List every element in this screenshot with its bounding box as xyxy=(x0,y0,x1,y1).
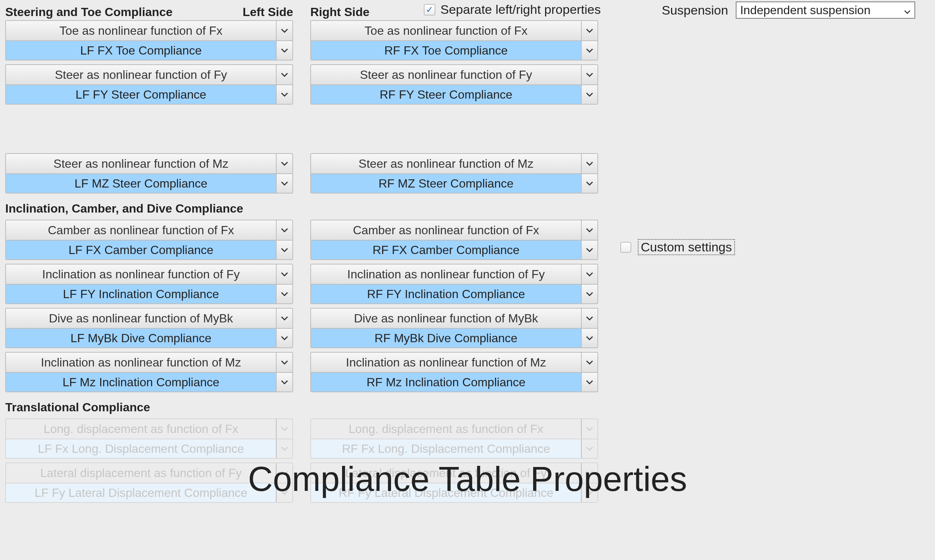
dataset-select-row[interactable]: RF FY Steer Compliance xyxy=(311,85,597,104)
chevron-down-icon xyxy=(276,439,292,458)
type-select-label: Steer as nonlinear function of Mz xyxy=(6,154,276,173)
chevron-down-icon[interactable] xyxy=(276,265,292,284)
dataset-select-row[interactable]: RF FY Inclination Compliance xyxy=(311,284,597,303)
dataset-select-row[interactable]: LF Mz Inclination Compliance xyxy=(6,372,292,392)
dataset-select-row[interactable]: RF FX Camber Compliance xyxy=(311,240,597,259)
dataset-select-row[interactable]: LF MZ Steer Compliance xyxy=(6,173,292,193)
chevron-down-icon[interactable] xyxy=(276,353,292,372)
dataset-select-row[interactable]: RF MyBk Dive Compliance xyxy=(311,328,597,348)
dataset-select-row: RF Fx Long. Displacement Compliance xyxy=(311,438,597,458)
chevron-down-icon[interactable] xyxy=(276,174,292,193)
chevron-down-icon[interactable] xyxy=(581,65,597,85)
chevron-down-icon[interactable] xyxy=(581,353,597,372)
type-select-row[interactable]: Dive as nonlinear function of MyBk xyxy=(6,309,292,328)
chevron-down-icon[interactable] xyxy=(276,285,292,303)
check-icon: ✓ xyxy=(426,5,433,15)
camber-right-col: Camber as nonlinear function of FxRF FX … xyxy=(310,220,598,396)
compliance-block: Toe as nonlinear function of FxRF FX Toe… xyxy=(310,20,598,60)
dataset-select-label: LF FY Inclination Compliance xyxy=(6,285,276,303)
chevron-down-icon[interactable] xyxy=(581,265,597,284)
type-select-row[interactable]: Inclination as nonlinear function of Mz xyxy=(6,353,292,372)
type-select-row[interactable]: Inclination as nonlinear function of Fy xyxy=(6,265,292,284)
type-select-row[interactable]: Dive as nonlinear function of MyBk xyxy=(311,309,597,328)
steering-left-col: Toe as nonlinear function of FxLF FX Toe… xyxy=(5,20,293,197)
dataset-select-label: RF FY Inclination Compliance xyxy=(311,285,581,303)
chevron-down-icon[interactable] xyxy=(276,220,292,240)
chevron-down-icon[interactable] xyxy=(581,220,597,240)
chevron-down-icon[interactable] xyxy=(276,85,292,104)
compliance-block: Camber as nonlinear function of FxLF FX … xyxy=(5,220,293,260)
suspension-value: Independent suspension xyxy=(740,3,904,17)
dataset-select-row[interactable]: LF FY Steer Compliance xyxy=(6,85,292,104)
suspension-control: Suspension Independent suspension xyxy=(662,2,915,18)
type-select-row[interactable]: Toe as nonlinear function of Fx xyxy=(311,21,597,40)
type-select-label: Inclination as nonlinear function of Mz xyxy=(6,353,276,372)
chevron-down-icon[interactable] xyxy=(276,65,292,85)
suspension-label: Suspension xyxy=(662,3,728,18)
dataset-select-row[interactable]: RF FX Toe Compliance xyxy=(311,40,597,60)
chevron-down-icon[interactable] xyxy=(581,373,597,392)
chevron-down-icon[interactable] xyxy=(276,41,292,60)
type-select-row[interactable]: Steer as nonlinear function of Fy xyxy=(311,65,597,85)
compliance-block: Steer as nonlinear function of MzRF MZ S… xyxy=(310,153,598,194)
compliance-block: Camber as nonlinear function of FxRF FX … xyxy=(310,220,598,260)
dataset-select-row[interactable]: RF Mz Inclination Compliance xyxy=(311,372,597,392)
separate-lr-control: ✓ Separate left/right properties xyxy=(424,2,601,17)
compliance-block: Inclination as nonlinear function of MzR… xyxy=(310,352,598,392)
chevron-down-icon[interactable] xyxy=(581,154,597,173)
type-select-row[interactable]: Inclination as nonlinear function of Fy xyxy=(311,265,597,284)
chevron-down-icon[interactable] xyxy=(276,373,292,392)
dataset-select-row[interactable]: RF MZ Steer Compliance xyxy=(311,173,597,193)
type-select-row[interactable]: Steer as nonlinear function of Mz xyxy=(311,154,597,173)
right-side-label: Right Side xyxy=(310,5,369,19)
type-select-row[interactable]: Camber as nonlinear function of Fx xyxy=(311,220,597,240)
chevron-down-icon[interactable] xyxy=(581,241,597,259)
dataset-select-row: LF Fx Long. Displacement Compliance xyxy=(6,438,292,458)
compliance-block: Dive as nonlinear function of MyBkLF MyB… xyxy=(5,308,293,348)
chevron-down-icon xyxy=(276,419,292,438)
type-select-row[interactable]: Camber as nonlinear function of Fx xyxy=(6,220,292,240)
type-select-row[interactable]: Toe as nonlinear function of Fx xyxy=(6,21,292,40)
chevron-down-icon[interactable] xyxy=(276,21,292,40)
trans-right-col: Long. displacement as function of FxRF F… xyxy=(310,418,598,506)
type-select-row[interactable]: Steer as nonlinear function of Fy xyxy=(6,65,292,85)
type-select-label: Lateral displacement as function of Fy xyxy=(311,463,581,483)
chevron-down-icon[interactable] xyxy=(581,85,597,104)
type-select-label: Long. displacement as function of Fx xyxy=(311,419,581,438)
dataset-select-row[interactable]: LF FY Inclination Compliance xyxy=(6,284,292,303)
compliance-block: Long. displacement as function of FxRF F… xyxy=(310,418,598,459)
type-select-label: Dive as nonlinear function of MyBk xyxy=(311,309,581,328)
dataset-select-label: LF FX Camber Compliance xyxy=(6,241,276,259)
separate-lr-checkbox[interactable]: ✓ xyxy=(424,4,435,15)
chevron-down-icon[interactable] xyxy=(581,21,597,40)
dataset-select-label: LF MyBk Dive Compliance xyxy=(6,329,276,348)
chevron-down-icon[interactable] xyxy=(581,41,597,60)
chevron-down-icon[interactable] xyxy=(581,309,597,328)
dataset-select-label: LF Fy Lateral Displacement Compliance xyxy=(6,483,276,502)
dataset-select-row[interactable]: LF MyBk Dive Compliance xyxy=(6,328,292,348)
type-select-row[interactable]: Inclination as nonlinear function of Mz xyxy=(311,353,597,372)
type-select-row[interactable]: Steer as nonlinear function of Mz xyxy=(6,154,292,173)
chevron-down-icon[interactable] xyxy=(581,285,597,303)
dataset-select-label: RF FY Steer Compliance xyxy=(311,85,581,104)
chevron-down-icon[interactable] xyxy=(581,174,597,193)
chevron-down-icon[interactable] xyxy=(581,329,597,348)
chevron-down-icon[interactable] xyxy=(276,154,292,173)
dataset-select-row[interactable]: LF FX Camber Compliance xyxy=(6,240,292,259)
dataset-select-label: LF FY Steer Compliance xyxy=(6,85,276,104)
camber-left-col: Camber as nonlinear function of FxLF FX … xyxy=(5,220,293,396)
type-select-row: Long. displacement as function of Fx xyxy=(311,419,597,438)
custom-settings-checkbox[interactable] xyxy=(620,242,631,252)
chevron-down-icon[interactable] xyxy=(276,309,292,328)
compliance-block: Dive as nonlinear function of MyBkRF MyB… xyxy=(310,308,598,348)
dataset-select-row[interactable]: LF FX Toe Compliance xyxy=(6,40,292,60)
compliance-block: Inclination as nonlinear function of MzL… xyxy=(5,352,293,392)
chevron-down-icon xyxy=(581,463,597,483)
chevron-down-icon[interactable] xyxy=(276,329,292,348)
type-select-label: Camber as nonlinear function of Fx xyxy=(6,220,276,240)
chevron-down-icon[interactable] xyxy=(276,241,292,259)
left-side-label: Left Side xyxy=(243,5,293,19)
suspension-select[interactable]: Independent suspension xyxy=(736,2,915,18)
dataset-select-label: RF FX Toe Compliance xyxy=(311,41,581,60)
chevron-down-icon xyxy=(581,419,597,438)
